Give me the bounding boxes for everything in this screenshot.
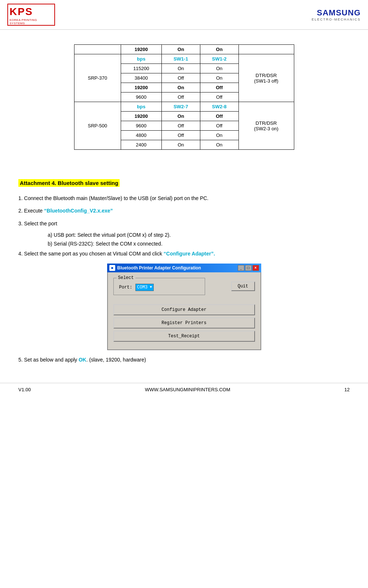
page-header: KPS KOREA PRINTING SYSTEMS SAMSUNG ELECT…: [0, 0, 368, 30]
dialog-icon: ■: [109, 265, 115, 271]
table-cell: 9600: [121, 121, 161, 131]
page-content: 19200 On On SRP-370 bps SW1-1 SW1-2 DTR/…: [0, 30, 368, 375]
table-cell-bps2: bps: [121, 102, 161, 112]
table-cell: Off: [161, 73, 200, 83]
dialog-select-group: Select Port: COM3 ▼: [113, 278, 205, 295]
test-receipt-button[interactable]: Test_Receipt: [113, 331, 255, 342]
table-cell-sw2-8: SW2-8: [200, 102, 238, 112]
register-printers-button[interactable]: Register Printers: [113, 317, 255, 329]
footer-website: WWW.SAMSUNGMINIPRINTERS.COM: [145, 387, 230, 392]
dialog-title: Bluetooth Printer Adapter Configuration: [117, 265, 238, 271]
footer-page: 12: [345, 387, 350, 392]
table-cell: Off: [161, 92, 200, 102]
table-cell: On: [200, 140, 238, 150]
table-cell: Off: [200, 83, 238, 92]
step3b-text: b) Serial (RS-232C): Select the COM x co…: [48, 241, 350, 247]
select-arrow-icon: ▼: [150, 285, 152, 289]
table-cell-sw1-1: SW1-1: [161, 54, 200, 64]
quit-button[interactable]: Quit: [231, 282, 255, 291]
samsung-sub: ELECTRO-MECHANICS: [311, 18, 361, 21]
table-cell: 4800: [121, 131, 161, 140]
table-cell: Off: [200, 121, 238, 131]
dialog-wrapper: ■ Bluetooth Printer Adapter Configuratio…: [107, 264, 261, 350]
kps-logo-box: KPS KOREA PRINTING SYSTEMS: [7, 4, 55, 26]
table-cell-dtr-dsr-2: DTR/DSR(SW2-3 on): [238, 102, 294, 150]
table-cell: [74, 45, 121, 54]
dialog-port-select[interactable]: COM3 ▼: [135, 284, 154, 291]
footer-version: V1.00: [18, 387, 31, 392]
table-cell: On: [200, 64, 238, 73]
table-cell: 19200: [121, 83, 161, 92]
table-cell-srp370-label: SRP-370: [74, 54, 121, 102]
step4-text: 4. Select the same port as you chosen at…: [18, 250, 350, 258]
table-row-srp370-subheader: SRP-370 bps SW1-1 SW1-2 DTR/DSR(SW1-3 of…: [74, 54, 294, 64]
table-cell-sw2-7: SW2-7: [161, 102, 200, 112]
kps-logo-fullname: KOREA PRINTING SYSTEMS: [10, 18, 53, 25]
dialog-group-label: Select: [117, 275, 135, 280]
table-cell: Off: [200, 92, 238, 102]
table-cell: Off: [161, 131, 200, 140]
step2-highlight: “BluetoothConfig_V2.x.exe”: [44, 208, 113, 214]
section-gap: [18, 157, 350, 179]
close-button[interactable]: ×: [252, 265, 259, 271]
dialog-controls: _ □ ×: [238, 265, 259, 271]
table-cell-empty: [238, 45, 294, 54]
table-cell: On: [161, 83, 200, 92]
dialog-titlebar: ■ Bluetooth Printer Adapter Configuratio…: [107, 264, 261, 272]
step3-text: 3. Select the port: [18, 219, 350, 228]
table-cell: 9600: [121, 92, 161, 102]
step4-highlight: “Configure Adapter”.: [164, 251, 215, 257]
step1-text: 1. Connect the Bluetooth main (Master/Sl…: [18, 194, 350, 202]
table-cell: 115200: [121, 64, 161, 73]
table-cell-19200: 19200: [121, 45, 161, 54]
attachment-title-block: Attachment 4. Bluetooth slave setting: [18, 179, 350, 194]
attachment-title: Attachment 4. Bluetooth slave setting: [18, 179, 120, 187]
table-cell: On: [161, 112, 200, 121]
table-header-row: 19200 On On: [74, 45, 294, 54]
table-row-srp500-subheader: SRP-500 bps SW2-7 SW2-8 DTR/DSR(SW2-3 on…: [74, 102, 294, 112]
table-cell: 38400: [121, 73, 161, 83]
table-cell: Off: [200, 112, 238, 121]
step5-ok: OK: [79, 357, 86, 363]
table-cell: 19200: [121, 112, 161, 121]
table-cell: Off: [161, 121, 200, 131]
samsung-logo: SAMSUNG ELECTRO-MECHANICS: [311, 8, 361, 21]
configure-adapter-button[interactable]: Configure Adapter: [113, 304, 255, 315]
table-cell: On: [200, 131, 238, 140]
table-cell-dtr-dsr-1: DTR/DSR(SW1-3 off): [238, 54, 294, 102]
samsung-text: SAMSUNG: [311, 8, 361, 18]
step3a-text: a) USB port: Select the virtual port (CO…: [48, 232, 350, 238]
baud-rate-table: 19200 On On SRP-370 bps SW1-1 SW1-2 DTR/…: [74, 44, 294, 150]
dialog-port-label: Port:: [119, 285, 132, 290]
dialog-body: Select Port: COM3 ▼ Quit Configure Adapt…: [107, 272, 261, 350]
kps-logo: KPS KOREA PRINTING SYSTEMS: [7, 4, 55, 26]
table-cell: On: [161, 64, 200, 73]
step5-text: 5. Set as below and apply OK. (slave, 19…: [18, 356, 350, 364]
table-cell: 2400: [121, 140, 161, 150]
kps-logo-text: KPS: [10, 6, 33, 18]
table-cell-bps1: bps: [121, 54, 161, 64]
page-footer: V1.00 WWW.SAMSUNGMINIPRINTERS.COM 12: [0, 383, 368, 396]
minimize-button[interactable]: _: [238, 265, 244, 271]
restore-button[interactable]: □: [245, 265, 252, 271]
step2-text: 2. Execute “BluetoothConfig_V2.x.exe”: [18, 207, 350, 215]
table-cell-srp500-label: SRP-500: [74, 102, 121, 150]
table-cell-on2: On: [200, 45, 238, 54]
table-cell-sw1-2: SW1-2: [200, 54, 238, 64]
table-cell-on1: On: [161, 45, 200, 54]
dialog-port-row: Port: COM3 ▼: [119, 284, 199, 291]
table-cell: On: [200, 73, 238, 83]
table-cell: On: [161, 140, 200, 150]
